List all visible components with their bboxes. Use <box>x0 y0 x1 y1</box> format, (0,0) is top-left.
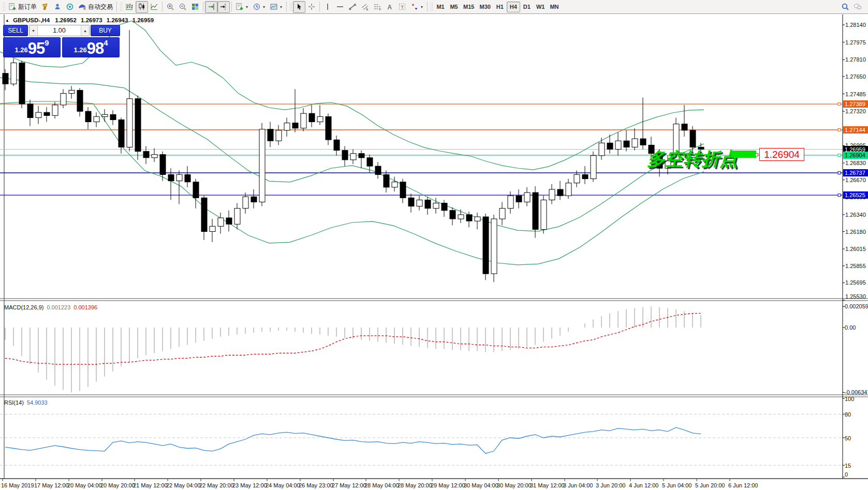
horizontal-line-icon <box>336 3 344 11</box>
new-order-label: 新订单 <box>18 3 37 11</box>
timeframe-button-w1[interactable]: W1 <box>534 2 548 12</box>
periods-dropdown-caret[interactable]: ▾ <box>262 5 266 9</box>
arrows-tool-button[interactable]: ▾ <box>408 1 425 13</box>
bar-chart-icon <box>125 3 134 11</box>
price-tag-anchor[interactable] <box>755 153 758 156</box>
macd-axis-label: -0.006347 <box>845 389 868 395</box>
styler-button[interactable] <box>39 1 51 13</box>
volume-decrease-button[interactable]: ▼ <box>30 25 38 36</box>
bar-chart-mode-button[interactable] <box>123 1 136 13</box>
mt4-window: 新订单 自动交易 <box>0 0 868 490</box>
rsi-axis-label: 100 <box>845 396 854 402</box>
templates-dropdown-caret[interactable]: ▾ <box>279 5 283 9</box>
rsi-value: 54.9033 <box>27 399 48 406</box>
macd-axis-label: 0.00 <box>845 324 856 331</box>
zoom-in-icon <box>166 3 174 11</box>
green-highlight-box[interactable] <box>731 151 756 158</box>
time-axis-label: 30 May 20:00 <box>497 482 532 488</box>
text-tool-button[interactable]: A <box>384 1 396 13</box>
arrows-dropdown-caret[interactable]: ▾ <box>420 5 423 9</box>
collapse-triangle-icon[interactable]: ▲ <box>5 18 9 23</box>
ohlc-close: 1.26959 <box>133 17 154 23</box>
sell-price-box[interactable]: 1.26 95 9 <box>3 37 61 57</box>
timeframe-button-h4[interactable]: H4 <box>507 2 520 12</box>
time-axis-label: 22 May 20:00 <box>199 482 234 488</box>
symbol-ohlc-bar[interactable]: ▲ GBPUSD-,H4 1.26952 1.26973 1.26943 1.2… <box>5 17 154 23</box>
template-icon <box>270 3 278 11</box>
timeframe-button-m5[interactable]: M5 <box>447 2 461 12</box>
time-axis-label: 30 May 04:00 <box>464 482 498 488</box>
vertical-line-icon <box>323 3 332 11</box>
zoom-in-button[interactable] <box>164 1 176 13</box>
price-tag-label[interactable]: 1.26904 <box>759 148 804 161</box>
chart-canvas[interactable] <box>0 0 868 490</box>
crosshair-tool-button[interactable] <box>305 1 318 13</box>
volume-input[interactable]: 1.00 <box>38 25 81 36</box>
timeframe-button-m15[interactable]: M15 <box>461 2 477 12</box>
equidistant-channel-icon: E <box>361 3 369 11</box>
volume-spinner: ▼ 1.00 ▲ <box>29 25 90 36</box>
timeframe-button-h1[interactable]: H1 <box>493 2 507 12</box>
trendline-icon <box>348 3 357 11</box>
timeframe-button-m1[interactable]: M1 <box>434 2 447 12</box>
line-chart-mode-button[interactable] <box>148 1 160 13</box>
search-button[interactable] <box>839 1 851 13</box>
volume-increase-button[interactable]: ▲ <box>81 25 89 36</box>
macd-value: 0.001223 <box>47 304 70 310</box>
turning-point-annotation[interactable]: 多空转折点 <box>647 147 738 171</box>
chart-shift-icon <box>219 3 228 11</box>
periods-button[interactable]: ▾ <box>251 1 268 13</box>
price-axis-label: 1.26180 <box>845 229 866 235</box>
lamp-icon <box>41 3 49 11</box>
time-axis-label: 23 May 12:00 <box>232 482 267 488</box>
auto-trading-label: 自动交易 <box>88 3 113 11</box>
community-button[interactable] <box>51 1 64 13</box>
auto-scroll-button[interactable] <box>205 1 217 13</box>
time-axis-label: 22 May 04:00 <box>166 482 201 488</box>
time-axis-label: 26 May 23:00 <box>299 482 333 488</box>
auto-trading-button[interactable]: 自动交易 <box>76 1 115 13</box>
trendline-tool-button[interactable] <box>346 1 359 13</box>
timeframe-button-mn[interactable]: MN <box>547 2 561 12</box>
buy-button[interactable]: BUY <box>91 25 120 36</box>
cursor-tool-button[interactable] <box>293 1 305 13</box>
chart-shift-button[interactable] <box>217 1 230 13</box>
buy-price-box[interactable]: 1.26 98 4 <box>62 37 120 57</box>
toolbar-grip[interactable] <box>120 2 122 11</box>
search-icon <box>841 3 849 11</box>
time-axis-label: 31 May 12:00 <box>530 482 565 488</box>
timeframe-button-m30[interactable]: M30 <box>477 2 493 12</box>
price-axis-label: 1.26830 <box>845 160 866 166</box>
channel-tool-button[interactable]: E <box>359 1 371 13</box>
candlestick-icon <box>138 3 146 11</box>
signals-button[interactable] <box>64 1 76 13</box>
ohlc-low: 1.26943 <box>107 17 128 23</box>
new-chart-dropdown-caret[interactable]: ▾ <box>245 5 248 9</box>
text-a-icon: A <box>386 3 394 11</box>
templates-button[interactable]: ▾ <box>268 1 285 13</box>
timeframe-button-d1[interactable]: D1 <box>520 2 534 12</box>
text-label-tool-button[interactable]: T <box>396 1 408 13</box>
fibonacci-tool-button[interactable]: F <box>371 1 384 13</box>
price-level-label: 1.26737 <box>843 169 868 176</box>
zoom-out-button[interactable] <box>176 1 189 13</box>
price-axis-label: 1.27810 <box>845 56 866 63</box>
new-chart-button[interactable]: ▾ <box>233 1 251 13</box>
vertical-line-tool-button[interactable] <box>321 1 334 13</box>
price-axis-label: 1.25855 <box>845 263 866 269</box>
candle-chart-mode-button[interactable] <box>136 1 148 13</box>
tile-windows-button[interactable] <box>189 1 201 13</box>
toolbar-grip[interactable] <box>3 2 5 11</box>
toolbar-grip[interactable] <box>289 2 292 11</box>
toolbar-grip[interactable] <box>430 2 433 11</box>
sell-button[interactable]: SELL <box>3 25 28 36</box>
one-click-trading-panel: SELL ▼ 1.00 ▲ BUY 1.26 95 9 1.26 98 4 <box>3 25 120 57</box>
person-icon <box>53 3 62 11</box>
cursor-icon <box>295 3 303 11</box>
buy-price-sup: 4 <box>104 38 108 47</box>
new-order-button[interactable]: 新订单 <box>6 1 39 13</box>
time-axis-label: 17 May 12:00 <box>34 482 69 488</box>
chat-button[interactable] <box>851 1 864 13</box>
new-order-icon <box>8 3 17 11</box>
horizontal-line-tool-button[interactable] <box>334 1 346 13</box>
